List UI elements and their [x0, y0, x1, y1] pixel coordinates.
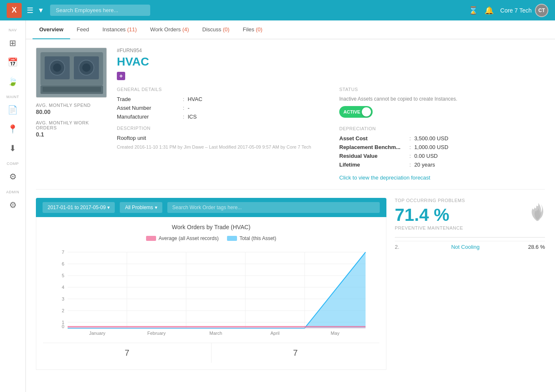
- hamburger-icon[interactable]: ☰: [27, 6, 33, 15]
- top-problems-header: TOP OCCURRING PROBLEMS 71.4 % PREVENTIVE…: [395, 198, 545, 234]
- tab-feed[interactable]: Feed: [70, 20, 96, 39]
- residual-value: 0.00 USD: [414, 153, 438, 159]
- svg-text:February: February: [147, 331, 166, 336]
- trade-value: HVAC: [188, 96, 202, 102]
- workorders-count: (4): [182, 26, 189, 33]
- svg-text:0: 0: [62, 324, 64, 329]
- svg-text:6: 6: [62, 261, 64, 266]
- sidebar-item-dashboard[interactable]: ⊞: [4, 34, 22, 52]
- svg-text:2: 2: [62, 308, 64, 313]
- legend-average: Average (all Asset records): [146, 235, 219, 241]
- tab-files[interactable]: Files (0): [236, 20, 269, 39]
- top-problems-title: TOP OCCURRING PROBLEMS: [395, 198, 465, 203]
- sidebar-item-download[interactable]: ⬇: [4, 139, 22, 157]
- lifetime-field: Lifetime : 20 years: [339, 162, 545, 168]
- legend-total-label: Total (this Asset): [240, 235, 276, 241]
- bottom-stats: 7 7: [43, 343, 379, 363]
- stat-1: 7: [43, 343, 212, 363]
- big-percent: 71.4 %: [395, 206, 465, 224]
- chart-panel-area: 2017-01-01 to 2017-05-09 ▾ All Problems …: [36, 198, 545, 370]
- tags-search-input[interactable]: [167, 202, 380, 213]
- sidebar: NAV ⊞ 📅 🍃 MAINT 📄 📍 ⬇ COMP ⚙ ADMIN ⚙: [0, 20, 26, 392]
- toggle-knob: [362, 107, 371, 116]
- avg-spend-value: 80.00: [36, 109, 107, 115]
- chart-svg: 7 6 5 4 3 2 1 0: [43, 246, 379, 338]
- status-title: STATUS: [339, 87, 545, 92]
- sidebar-item-comp[interactable]: ⚙: [4, 167, 22, 186]
- description-title: DESCRIPTION: [117, 126, 323, 131]
- admin-section-label: ADMIN: [0, 190, 25, 194]
- svg-text:4: 4: [62, 285, 64, 290]
- depreciation-forecast-link[interactable]: Click to view the depreciation forecast: [339, 175, 430, 181]
- manufacturer-label: Manufacturer: [117, 114, 179, 120]
- legend-average-label: Average (all Asset records): [159, 235, 219, 241]
- asset-cost-label: Asset Cost: [339, 135, 406, 142]
- sidebar-item-leaf[interactable]: 🍃: [4, 72, 22, 91]
- trade-field: Trade : HVAC: [117, 96, 323, 102]
- asset-tag-button[interactable]: +: [117, 72, 125, 80]
- avg-wo-label: AVG. MONTHLY WORK ORDERS: [36, 120, 107, 130]
- problem-rank-1: 2.: [395, 244, 399, 250]
- asset-image: [36, 48, 107, 98]
- pm-label: PREVENTIVE MAINTENANCE: [395, 225, 465, 230]
- app-logo: X: [7, 3, 22, 18]
- problems-filter-button[interactable]: All Problems ▾: [120, 202, 162, 213]
- tab-discuss[interactable]: Discuss (0): [196, 20, 236, 39]
- svg-text:5: 5: [62, 273, 64, 278]
- toggle-label: ACTIVE: [343, 109, 360, 114]
- maint-section-label: MAINT: [0, 95, 25, 99]
- content-divider: [36, 189, 545, 190]
- asset-number-value: -: [188, 105, 189, 111]
- main-content: Overview Feed Instances (11) Work Orders…: [26, 20, 555, 392]
- top-navbar: X ☰ ▼ ⌛ 🔔 Core 7 Tech CT: [0, 0, 555, 20]
- svg-text:March: March: [209, 331, 222, 336]
- date-range-button[interactable]: 2017-01-01 to 2017-05-09 ▾: [43, 202, 115, 213]
- stat-1-value: 7: [125, 348, 129, 357]
- comp-section-label: COMP: [0, 162, 25, 166]
- asset-cost-field: Asset Cost : 3,500.00 USD: [339, 135, 545, 142]
- tab-workorders[interactable]: Work Orders (4): [144, 20, 196, 39]
- sidebar-item-settings[interactable]: ⚙: [4, 196, 22, 214]
- tab-instances[interactable]: Instances (11): [96, 20, 143, 39]
- tab-overview[interactable]: Overview: [33, 20, 70, 39]
- tabs-bar: Overview Feed Instances (11) Work Orders…: [26, 20, 555, 39]
- chart-title: Work Orders by Trade (HVAC): [43, 224, 379, 230]
- toggle-track[interactable]: ACTIVE: [339, 106, 373, 118]
- sidebar-item-pin[interactable]: 📍: [4, 120, 22, 138]
- legend-total: Total (this Asset): [227, 235, 276, 241]
- lifetime-label: Lifetime: [339, 162, 406, 168]
- replacement-label: Replacement Benchm...: [339, 144, 406, 150]
- user-menu[interactable]: Core 7 Tech CT: [500, 4, 548, 17]
- manufacturer-field: Manufacturer : ICS: [117, 114, 323, 120]
- active-toggle[interactable]: ACTIVE: [339, 106, 545, 118]
- svg-text:7: 7: [62, 250, 64, 255]
- top-nav-right: ⌛ 🔔 Core 7 Tech CT: [469, 4, 548, 17]
- stat-2: 7: [212, 343, 380, 363]
- svg-text:January: January: [89, 331, 106, 336]
- description-text: Rooftop unit: [117, 135, 323, 141]
- legend-average-color: [146, 236, 156, 241]
- sidebar-item-calendar[interactable]: 📅: [4, 53, 22, 71]
- svg-point-7: [82, 63, 91, 72]
- replacement-value: 1,000.00 USD: [414, 144, 449, 150]
- svg-rect-9: [43, 87, 101, 92]
- filter-icon[interactable]: ▼: [38, 7, 44, 14]
- content-area: AVG. MONTHLY SPEND 80.00 AVG. MONTHLY WO…: [26, 39, 555, 378]
- svg-text:May: May: [331, 331, 340, 336]
- chart-area: 2017-01-01 to 2017-05-09 ▾ All Problems …: [36, 198, 386, 370]
- asset-name: HVAC: [117, 55, 545, 68]
- asset-number-field: Asset Number : -: [117, 105, 323, 111]
- chart-toolbar: 2017-01-01 to 2017-05-09 ▾ All Problems …: [36, 198, 386, 217]
- general-details-section: GENERAL DETAILS Trade : HVAC Asset Numbe…: [117, 87, 323, 181]
- residual-field: Residual Value : 0.00 USD: [339, 153, 545, 159]
- lifetime-value: 20 years: [414, 162, 435, 168]
- bell-icon[interactable]: 🔔: [484, 6, 494, 15]
- search-input[interactable]: [50, 5, 150, 16]
- hourglass-icon[interactable]: ⌛: [469, 6, 478, 15]
- svg-text:3: 3: [62, 296, 64, 301]
- problem-name-1[interactable]: Not Cooling: [451, 244, 479, 250]
- sidebar-item-doc[interactable]: 📄: [4, 101, 22, 119]
- right-panel: TOP OCCURRING PROBLEMS 71.4 % PREVENTIVE…: [386, 198, 545, 253]
- trade-label: Trade: [117, 96, 179, 102]
- residual-label: Residual Value: [339, 153, 406, 159]
